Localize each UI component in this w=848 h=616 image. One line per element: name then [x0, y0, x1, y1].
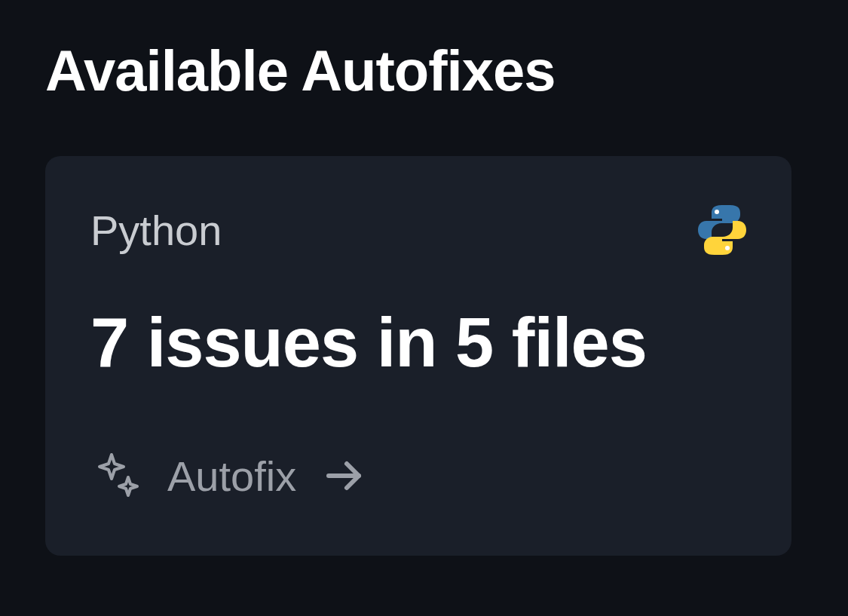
page-title: Available Autofixes	[45, 38, 803, 103]
issues-summary: 7 issues in 5 files	[90, 308, 746, 377]
autofix-card: Python 7 issues in 5 files Autofix	[45, 156, 791, 556]
svg-point-1	[725, 246, 730, 250]
card-header: Python	[90, 205, 746, 255]
autofix-button[interactable]: Autofix	[90, 449, 746, 503]
svg-point-0	[715, 210, 719, 214]
python-icon	[698, 205, 746, 255]
language-label: Python	[90, 206, 222, 255]
autofix-label: Autofix	[167, 452, 296, 501]
arrow-right-icon	[323, 454, 366, 498]
sparkles-icon	[90, 449, 145, 503]
